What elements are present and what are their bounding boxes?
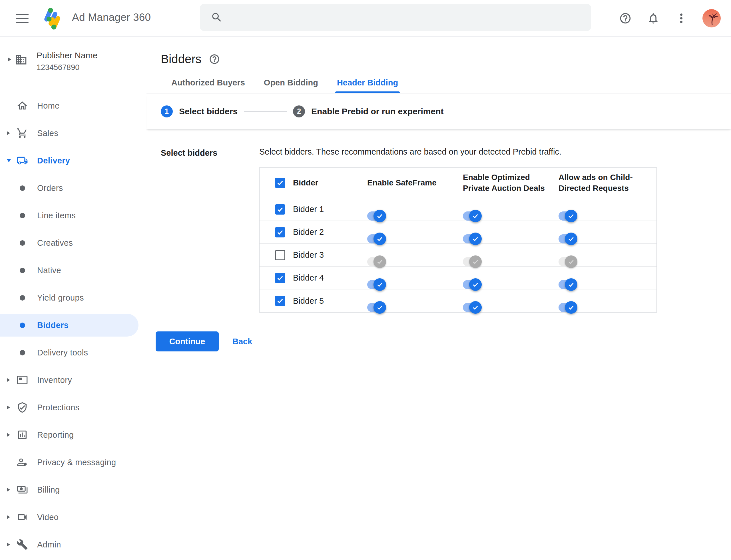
sidebar-item-sales[interactable]: Sales [0,119,146,147]
sidebar-item-reporting[interactable]: Reporting [0,421,146,449]
payments-icon [16,484,29,495]
publisher-switcher[interactable]: Publisher Name 1234567890 [0,37,146,82]
column-header: Enable SafeFrame [367,177,463,188]
ad-unit-icon [16,374,29,386]
table-row: Bidder 4 [260,267,656,289]
chevron-right-icon [8,57,11,61]
search-icon [211,11,223,23]
chevron-right-icon [7,488,10,492]
column-header: Bidder [293,177,367,188]
sidebar-item-yield-groups[interactable]: Yield groups [0,284,146,311]
chevron-right-icon [7,515,10,519]
notifications-icon[interactable] [646,11,660,25]
main-content: Bidders Authorized Buyers Open Bidding H… [147,37,731,560]
help-icon[interactable] [618,11,632,25]
sidebar-item-home[interactable]: Home [0,92,146,119]
sidebar-item-bidders[interactable]: Bidders [0,311,146,339]
section-label: Select bidders [161,147,259,313]
sidebar-item-delivery-tools[interactable]: Delivery tools [0,339,146,366]
building-icon [15,53,27,66]
home-icon [16,100,29,111]
bullet-icon [20,323,25,328]
step-select-bidders: 1 Select bidders [161,105,238,117]
sidebar-item-creatives[interactable]: Creatives [0,229,146,257]
truck-icon [16,155,29,166]
bidder-name: Bidder 2 [293,227,367,237]
step-number-badge: 2 [293,105,305,117]
tab-header-bidding[interactable]: Header Bidding [337,78,398,93]
page-title: Bidders [161,52,201,66]
table-row: Bidder 2 [260,221,656,244]
bidder-name: Bidder 3 [293,250,367,260]
chevron-right-icon [7,433,10,437]
step-number-badge: 1 [161,105,173,117]
publisher-id: 1234567890 [37,63,79,72]
sidebar: Publisher Name 1234567890 Home Sales Del… [0,37,146,560]
wrench-icon [16,539,29,550]
sidebar-item-line-items[interactable]: Line items [0,202,146,229]
tab-open-bidding[interactable]: Open Bidding [264,78,318,93]
column-header: Enable Optimized Private Auction Deals [463,172,558,194]
bidder-name: Bidder 1 [293,205,367,214]
video-camera-icon [16,511,29,523]
sidebar-item-inventory[interactable]: Inventory [0,366,146,394]
chevron-right-icon [7,378,10,382]
cart-icon [16,127,29,139]
app-title: Ad Manager 360 [72,11,151,23]
sidebar-item-delivery[interactable]: Delivery [0,147,146,174]
bar-chart-icon [16,429,29,441]
person-privacy-icon [16,457,29,468]
section-description: Select bidders. These recommendations ar… [259,147,731,157]
bidder-name: Bidder 5 [293,296,367,306]
sidebar-item-video[interactable]: Video [0,503,146,531]
sidebar-item-native[interactable]: Native [0,257,146,284]
top-app-bar: Ad Manager 360 [0,0,731,37]
sidebar-nav: Home Sales Delivery Orders Line items [0,82,146,558]
row-checkbox[interactable] [275,296,285,306]
chevron-down-icon [7,159,11,162]
help-icon[interactable] [209,53,220,65]
publisher-name: Publisher Name [37,51,97,60]
sidebar-item-admin[interactable]: Admin [0,531,146,558]
tab-authorized-buyers[interactable]: Authorized Buyers [171,78,245,93]
more-vert-icon[interactable] [674,11,688,25]
chevron-right-icon [7,131,10,135]
bullet-icon [20,268,25,273]
row-checkbox[interactable] [275,273,285,283]
chevron-right-icon [7,405,10,409]
table-header-row: Bidder Enable SafeFrame Enable Optimized… [260,168,656,198]
ad-manager-logo-icon [41,6,65,30]
bullet-icon [20,240,25,246]
row-checkbox[interactable] [275,204,285,215]
bullet-icon [20,295,25,301]
column-header: Allow ads on Child-Directed Requests [558,172,656,194]
bullet-icon [20,185,25,191]
table-row: Bidder 3 [260,244,656,267]
tab-bar: Authorized Buyers Open Bidding Header Bi… [147,78,731,93]
row-checkbox[interactable] [275,227,285,237]
search-input[interactable] [200,4,591,31]
avatar[interactable] [702,9,721,27]
bullet-icon [20,350,25,355]
bidders-table: Bidder Enable SafeFrame Enable Optimized… [259,167,657,313]
chevron-right-icon [7,543,10,547]
shield-check-icon [16,402,29,413]
continue-button[interactable]: Continue [156,331,219,351]
table-row: Bidder 1 [260,198,656,221]
sidebar-item-billing[interactable]: Billing [0,476,146,503]
bidder-name: Bidder 4 [293,273,367,283]
table-row: Bidder 5 [260,289,656,312]
step-enable-prebid: 2 Enable Prebid or run experiment [293,105,443,117]
bullet-icon [20,213,25,218]
menu-icon[interactable] [15,13,29,24]
back-button[interactable]: Back [233,337,252,346]
step-connector [244,111,287,112]
sidebar-item-orders[interactable]: Orders [0,174,146,202]
sidebar-item-privacy-messaging[interactable]: Privacy & messaging [0,449,146,476]
wizard-stepper: 1 Select bidders 2 Enable Prebid or run … [147,93,731,129]
row-checkbox[interactable] [275,250,285,260]
sidebar-item-protections[interactable]: Protections [0,394,146,421]
select-all-checkbox[interactable] [275,178,285,188]
